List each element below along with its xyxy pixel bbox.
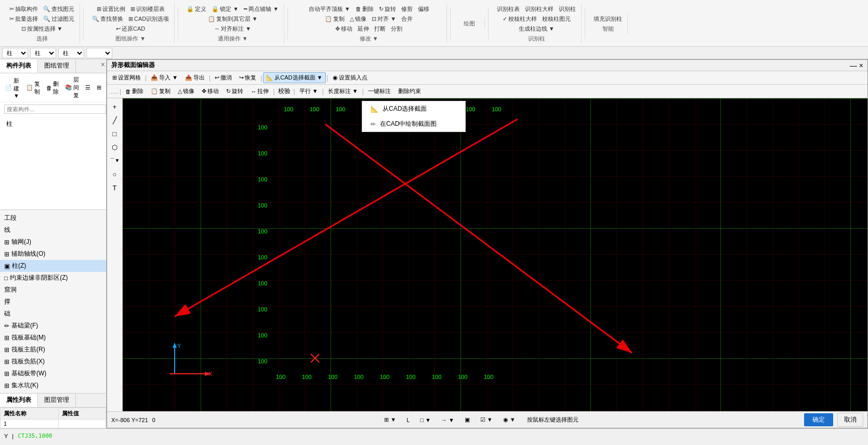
menu-from-cad-select[interactable]: 📐 从CAD选择截面 xyxy=(362,101,465,116)
btn-copy-component[interactable]: 📋 复制 xyxy=(23,78,43,97)
btn-export[interactable]: 📤 导出 xyxy=(182,72,208,83)
btn-parallel[interactable]: 平行 ▼ xyxy=(296,86,321,97)
tab-layer-mgmt[interactable]: 图层管理 xyxy=(38,394,76,407)
btn-del-constraint[interactable]: 删除约束 xyxy=(395,86,424,97)
nav-item-cheng[interactable]: 撑 xyxy=(0,296,106,308)
tab-property-list[interactable]: 属性列表 xyxy=(0,394,38,407)
btn-draw-mirror[interactable]: △ 镜像 xyxy=(175,86,198,97)
nav-item-sump[interactable]: ⊞ 集水坑(K) xyxy=(0,379,106,391)
component-item-zhu[interactable]: 柱 xyxy=(2,118,104,130)
btn-view-arrow[interactable]: → ▼ xyxy=(438,415,457,425)
btn-redo[interactable]: ↪ 恢复 xyxy=(236,72,259,83)
btn-gen-col-edge[interactable]: 生成柱边线 ▼ xyxy=(517,24,557,34)
tool-plus[interactable]: + xyxy=(109,100,121,113)
btn-split[interactable]: 分割 xyxy=(389,24,404,34)
tab-drawing-management[interactable]: 图纸管理 xyxy=(38,59,76,73)
btn-offset[interactable]: 偏移 xyxy=(416,4,431,14)
btn-import[interactable]: 📥 导入 ▼ xyxy=(148,72,181,83)
nav-item-gongduan[interactable]: 工段 xyxy=(0,212,106,224)
btn-new-component[interactable]: 📄 新建 ▼ xyxy=(2,75,22,100)
btn-view-l[interactable]: L xyxy=(403,415,413,425)
btn-draw-rotate[interactable]: ↻ 旋转 xyxy=(223,86,246,97)
btn-cancel[interactable]: 取消 xyxy=(837,413,863,427)
nav-item-column[interactable]: ▣ 柱(Z) xyxy=(0,260,106,272)
nav-item-raft-main-bar[interactable]: ⊞ 筏板主筋(R) xyxy=(0,344,106,356)
btn-merge[interactable]: 合并 xyxy=(399,14,415,24)
tool-hexagon[interactable]: ⬡ xyxy=(109,141,121,153)
btn-draw-copy[interactable]: 📋 复制 xyxy=(148,86,174,97)
btn-cad-options[interactable]: ⊞ CAD识别选项 xyxy=(126,14,171,24)
btn-extend[interactable]: 延伸 xyxy=(356,24,371,34)
component-search-input[interactable] xyxy=(4,104,106,114)
btn-one-key-dim[interactable]: 一键标注 xyxy=(365,86,394,97)
btn-trim[interactable]: 修剪 xyxy=(399,4,415,14)
tab-component-list[interactable]: 构件列表 xyxy=(0,59,38,73)
btn-undo[interactable]: ↩ 撤消 xyxy=(212,72,235,83)
btn-align[interactable]: ⊡ 对齐 ▼ xyxy=(370,14,398,24)
btn-two-point-axis[interactable]: ━ 两点辅轴 ▼ xyxy=(242,4,281,14)
tool-line[interactable]: ╱ xyxy=(109,114,121,126)
tool-rect[interactable]: □ xyxy=(109,127,121,140)
dropdown-2[interactable]: 柱 xyxy=(30,48,56,58)
btn-rotate[interactable]: ↻ 旋转 xyxy=(377,4,398,14)
tool-circle[interactable]: ○ xyxy=(109,168,121,180)
nav-item-hole[interactable]: 窟洞 xyxy=(0,284,106,296)
btn-filter[interactable]: 🔍 过滤图元 xyxy=(41,14,76,24)
btn-draw-move[interactable]: ✥ 移动 xyxy=(199,86,222,97)
menu-draw-in-cad[interactable]: ✏ 在CAD中绘制截面图 xyxy=(362,116,465,132)
nav-item-raft-neg-bar[interactable]: ⊞ 筏板负筋(X) xyxy=(0,356,106,368)
bottom-text[interactable]: CTJ35,1000 xyxy=(18,433,52,439)
btn-view-circle[interactable]: ◉ ▼ xyxy=(500,415,519,425)
btn-tile-view[interactable]: ⊞ xyxy=(94,83,104,93)
tool-arc[interactable]: ⌒▼ xyxy=(109,154,121,167)
btn-find-element[interactable]: 🔍 查找图元 xyxy=(41,4,76,14)
btn-draw-stretch[interactable]: ↔ 拉伸 xyxy=(247,86,272,97)
nav-item-constraint-zone[interactable]: □ 约束边缘非阴影区(Z) xyxy=(0,272,106,284)
btn-align-dim[interactable]: ↔ 对齐标注 ▼ xyxy=(212,24,253,34)
btn-length-dim[interactable]: 长度标注 ▼ xyxy=(325,86,361,97)
btn-set-grid[interactable]: ⊞ 设置网格 xyxy=(109,72,144,83)
btn-batch-select[interactable]: ✂ 批量选择 xyxy=(7,14,40,24)
btn-find-replace[interactable]: 🔍 查找替换 xyxy=(90,14,125,24)
nav-item-chu[interactable]: 础 xyxy=(0,308,106,320)
btn-extract[interactable]: ✂ 抽取构件 xyxy=(7,4,40,14)
left-panel-close[interactable]: × xyxy=(101,60,105,69)
nav-item-raft-foundation[interactable]: ⊞ 筏板基础(M) xyxy=(0,332,106,344)
btn-from-cad-select[interactable]: 📐 从CAD选择截面 ▼ xyxy=(263,72,325,83)
btn-delete[interactable]: 🗑 删除 xyxy=(353,4,376,14)
btn-define[interactable]: 🔒 定义 xyxy=(185,4,208,14)
btn-view-check[interactable]: ☑ ▼ xyxy=(477,415,496,425)
btn-identify-floor[interactable]: ⊞ 识别楼层表 xyxy=(128,4,167,14)
btn-identify-col-detail[interactable]: 识别柱大样 xyxy=(523,4,556,14)
btn-layer-copy[interactable]: 📚 层间复 xyxy=(62,74,82,101)
nav-item-xian[interactable]: 线 xyxy=(0,224,106,236)
btn-view-grid[interactable]: ⊞ ▼ xyxy=(381,415,399,425)
btn-identify-col[interactable]: 识别柱 xyxy=(557,4,578,14)
dropdown-3[interactable]: 柱 xyxy=(58,48,84,58)
btn-mirror[interactable]: △ 镜像 xyxy=(348,14,369,24)
btn-set-scale[interactable]: ⊞ 设置比例 xyxy=(95,4,127,14)
btn-identify-col-table[interactable]: 识别柱表 xyxy=(495,4,522,14)
section-editor-minimize[interactable]: — xyxy=(850,61,857,70)
btn-break[interactable]: 打断 xyxy=(372,24,388,34)
nav-item-axis[interactable]: ⊞ 轴网(J) xyxy=(0,236,106,248)
nav-item-aux-axis[interactable]: ⊞ 辅助轴线(O) xyxy=(0,248,106,260)
btn-fill-identify-col[interactable]: 填充识别柱 xyxy=(591,14,624,24)
btn-lock[interactable]: 🔒 锁定 ▼ xyxy=(209,4,241,14)
btn-copy-layer[interactable]: 📋 复制到其它层 ▼ xyxy=(206,14,260,24)
btn-attr-select[interactable]: ⊡ 按属性选择 ▼ xyxy=(19,24,65,34)
btn-restore-cad[interactable]: ↩ 还原CAD xyxy=(114,24,147,34)
btn-view-square[interactable]: ▣ xyxy=(462,415,473,425)
section-editor-close[interactable]: × xyxy=(859,61,863,70)
dropdown-4[interactable] xyxy=(86,48,112,58)
btn-verify-col-elem[interactable]: 校核柱图元 xyxy=(540,14,573,24)
btn-draw-delete[interactable]: 🗑 删除 xyxy=(122,86,147,97)
btn-verify-col-detail[interactable]: ✓ 校核柱大样 xyxy=(501,14,539,24)
nav-item-foundation-strip[interactable]: ⊞ 基础板带(W) xyxy=(0,368,106,379)
btn-delete-component[interactable]: 🗑 删除 xyxy=(44,78,61,97)
btn-copy[interactable]: 📋 复制 xyxy=(323,14,347,24)
nav-item-foundation-beam[interactable]: ✏ 基础梁(F) xyxy=(0,320,106,332)
btn-list-view[interactable]: ☰ xyxy=(83,83,93,93)
btn-set-insert-point[interactable]: ◉ 设置插入点 xyxy=(330,72,371,83)
btn-move[interactable]: ✥ 移动 xyxy=(333,24,354,34)
